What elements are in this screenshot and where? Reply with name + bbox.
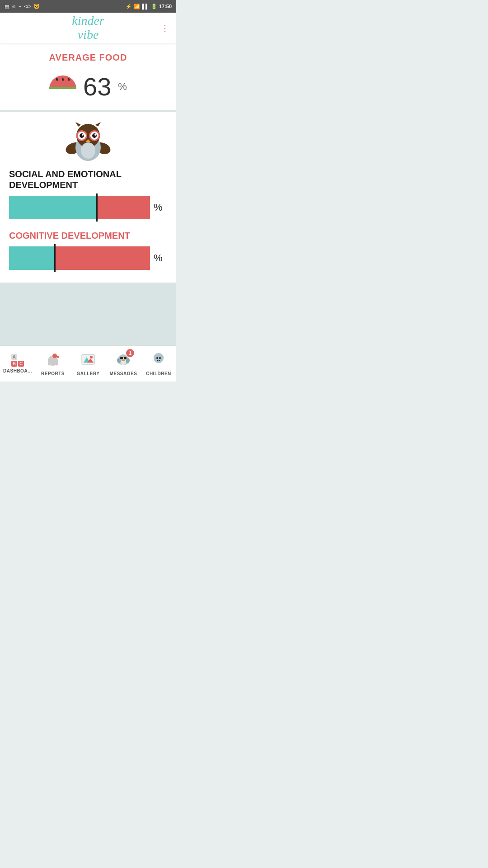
social-bar-teal <box>9 196 96 219</box>
dashboard-label: DASHBOA... <box>3 368 32 373</box>
time-display: 17:50 <box>159 4 172 9</box>
svg-point-35 <box>156 357 158 359</box>
cognitive-bar-teal <box>9 246 54 270</box>
logo-line2: vibe <box>78 28 99 42</box>
social-dev-bar: % <box>9 196 167 219</box>
svg-point-12 <box>82 134 84 136</box>
messages-badge: 1 <box>126 349 134 357</box>
reports-label: REPORTS <box>41 371 65 376</box>
gallery-label: GALLERY <box>77 371 100 376</box>
messages-label: MESSAGES <box>110 371 137 376</box>
children-icon <box>151 352 166 369</box>
reports-icon <box>46 352 60 369</box>
code-icon: </> <box>24 4 31 9</box>
social-dev-title: SOCIAL AND EMOTIONAL DEVELOPMENT <box>9 169 167 190</box>
nav-gallery[interactable]: GALLERY <box>70 346 106 382</box>
svg-point-11 <box>92 133 97 138</box>
svg-point-13 <box>94 134 96 136</box>
cognitive-bar-red <box>54 246 150 270</box>
food-section-title: AVERAGE FOOD <box>9 52 167 63</box>
cat-icon: 🐱 <box>33 4 40 9</box>
social-bar-red <box>96 196 150 219</box>
gallery-icon <box>81 352 95 369</box>
cognitive-dev-bar: % <box>9 246 167 270</box>
cognitive-bar-divider <box>54 244 56 272</box>
svg-marker-4 <box>75 122 81 127</box>
signal-icon: ▌▌ <box>142 4 149 9</box>
android-icon: ☺ <box>11 4 16 9</box>
logo-line1: kinder <box>72 14 104 28</box>
bluetooth-icon: ⚡ <box>126 4 132 9</box>
nav-children[interactable]: CHILDREN <box>141 346 176 382</box>
social-bar-label: % <box>154 202 167 213</box>
svg-point-27 <box>120 357 123 359</box>
wifi-icon: 📶 <box>134 4 140 9</box>
svg-point-24 <box>90 356 93 359</box>
screen-icon: ▤ <box>5 4 9 9</box>
svg-point-29 <box>122 359 125 361</box>
nav-dashboard[interactable]: A B C DASHBOA... <box>0 346 35 382</box>
food-card: AVERAGE FOOD 63 % <box>0 43 176 112</box>
menu-button[interactable]: ⋮ <box>160 23 169 33</box>
svg-rect-17 <box>48 361 58 364</box>
status-right-icons: ⚡ 📶 ▌▌ 🔋 17:50 <box>126 4 172 9</box>
status-left-icons: ▤ ☺ ⌁ </> 🐱 <box>5 4 40 9</box>
status-bar: ▤ ☺ ⌁ </> 🐱 ⚡ 📶 ▌▌ 🔋 17:50 <box>0 0 176 13</box>
battery-icon: 🔋 <box>151 4 157 9</box>
app-logo: kinder vibe <box>72 14 104 42</box>
food-value-display: 63 % <box>9 72 167 101</box>
main-content: AVERAGE FOOD 63 % <box>0 43 176 345</box>
food-number: 63 <box>83 72 111 101</box>
dashboard-icon: A B C <box>11 354 24 367</box>
nav-reports[interactable]: REPORTS <box>35 346 70 382</box>
owl-icon <box>9 121 167 162</box>
messages-icon: 1 <box>116 352 131 369</box>
cognitive-bar-label: % <box>154 252 167 264</box>
food-percent: % <box>118 81 127 93</box>
header: kinder vibe ⋮ <box>0 13 176 43</box>
children-label: CHILDREN <box>146 371 171 376</box>
development-card: SOCIAL AND EMOTIONAL DEVELOPMENT % COGNI… <box>0 112 176 284</box>
svg-marker-5 <box>95 122 101 127</box>
svg-point-28 <box>124 357 127 359</box>
bottom-navigation: A B C DASHBOA... REPORTS <box>0 345 176 382</box>
usb-icon: ⌁ <box>19 4 22 9</box>
svg-point-15 <box>81 142 95 159</box>
nav-messages[interactable]: 1 MESSAGES <box>106 346 141 382</box>
svg-rect-21 <box>82 354 94 364</box>
social-bar-divider <box>96 193 98 222</box>
cognitive-dev-title: COGNITIVE DEVELOPMENT <box>9 231 167 241</box>
watermelon-icon <box>49 75 76 98</box>
svg-point-36 <box>159 357 161 359</box>
svg-point-10 <box>80 133 84 138</box>
